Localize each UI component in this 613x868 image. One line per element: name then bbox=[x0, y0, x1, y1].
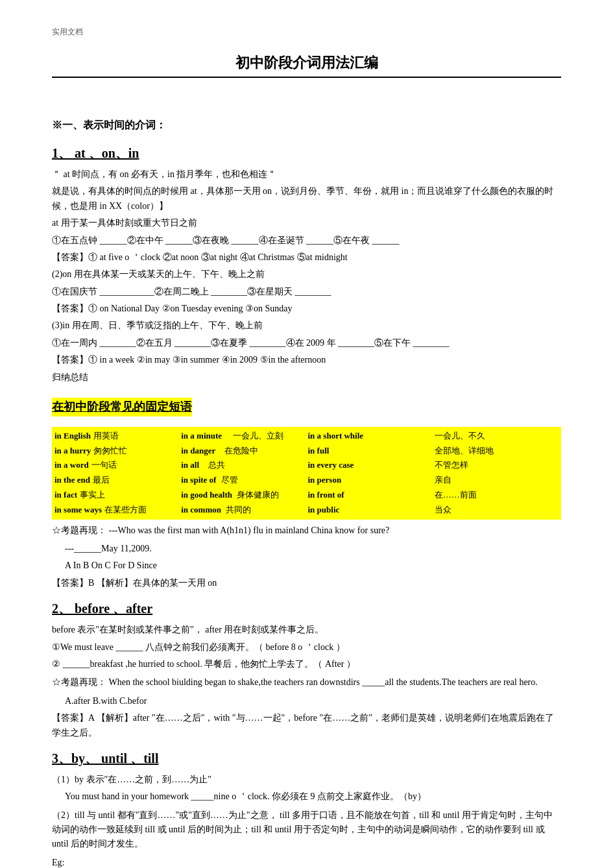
sub3-rule1-detail: You must hand in your homework _____nine… bbox=[65, 790, 561, 804]
sub1-a2: 【答案】① on National Day ②on Tuesday evenin… bbox=[52, 302, 561, 316]
sub1-q1: ①在五点钟 ______②在中午 ______③在夜晚 ______④在圣诞节 … bbox=[52, 234, 561, 248]
exam-note1-choices: A In B On C For D Since bbox=[65, 559, 561, 573]
exam-note2-a: 【答案】A 【解析】after "在……之后"，with "与……一起"，bef… bbox=[52, 711, 561, 740]
exam-note2-choices: A.after B.with C.befor bbox=[65, 694, 561, 708]
sub3-rule1-title: （1）by 表示"在……之前，到……为止" bbox=[52, 773, 561, 787]
summary-label: 归纳总结 bbox=[52, 370, 561, 385]
exam-note1-q: ☆考题再现： ---Who was the first man with A(h… bbox=[52, 524, 561, 538]
exam-note2-q: ☆考题再现： When the school biulding began to… bbox=[52, 675, 561, 690]
sub3-heading: 3、by、 until 、till bbox=[52, 748, 561, 769]
sub1-at-rule: at 用于某一具体时刻或重大节日之前 bbox=[52, 216, 561, 230]
section1-heading: ※一、表示时间的介词： bbox=[52, 117, 561, 134]
fixed-phrases-heading: 在初中阶段常见的固定短语 bbox=[52, 398, 192, 416]
sub2-q1: ①We must leave ______ 八点钟之前我们必须离开。（ befo… bbox=[52, 640, 561, 655]
sub2-heading: 2、 before 、after bbox=[52, 598, 561, 619]
sub3-rule2-title: （2）till 与 until 都有"直到……"或"直到……为止"之意， til… bbox=[52, 808, 561, 852]
exam-note1-a: 【答案】B 【解析】在具体的某一天用 on bbox=[52, 576, 561, 590]
sub2-q2: ② ______breakfast ,he hurried to school.… bbox=[52, 657, 561, 671]
sub1-detail1: 就是说，有具体的时间点的时候用 at，具体那一天用 on，说到月份、季节、年份，… bbox=[52, 184, 561, 213]
sub1-in-rule: (3)in 用在周、日、季节或泛指的上午、下午、晚上前 bbox=[52, 319, 561, 333]
vocab-grid: in English用英语 in a minute 一会儿、立刻 in a sh… bbox=[52, 427, 561, 520]
sub1-a3: 【答案】① in a week ②in may ③in summer ④in 2… bbox=[52, 353, 561, 367]
page-title: 初中阶段介词用法汇编 bbox=[52, 51, 561, 78]
exam-note1-sub: ---______May 11,2009. bbox=[65, 542, 561, 556]
sub2-rule1: before 表示"在某时刻或某件事之前"， after 用在时刻或某件事之后。 bbox=[52, 623, 561, 637]
sub1-rule: ＂ at 时间点，有 on 必有天，in 指月季年，也和色相连＂ bbox=[52, 167, 561, 182]
sub1-a1: 【答案】① at five o ＇clock ②at noon ③at nigh… bbox=[52, 250, 561, 265]
sub1-on-rule: (2)on 用在具体某一天或某天的上午、下午、晚上之前 bbox=[52, 267, 561, 282]
sub1-q3: ①在一周内 ________②在五月 ________③在夏季 ________… bbox=[52, 336, 561, 350]
sub1-q2: ①在国庆节 ____________②在周二晚上 ________③在星期天 _… bbox=[52, 285, 561, 299]
sub3-eg-label: Eg: bbox=[52, 856, 561, 868]
doc-label: 实用文档 bbox=[52, 26, 561, 38]
sub1-heading: 1、 at 、on、in bbox=[52, 143, 561, 163]
